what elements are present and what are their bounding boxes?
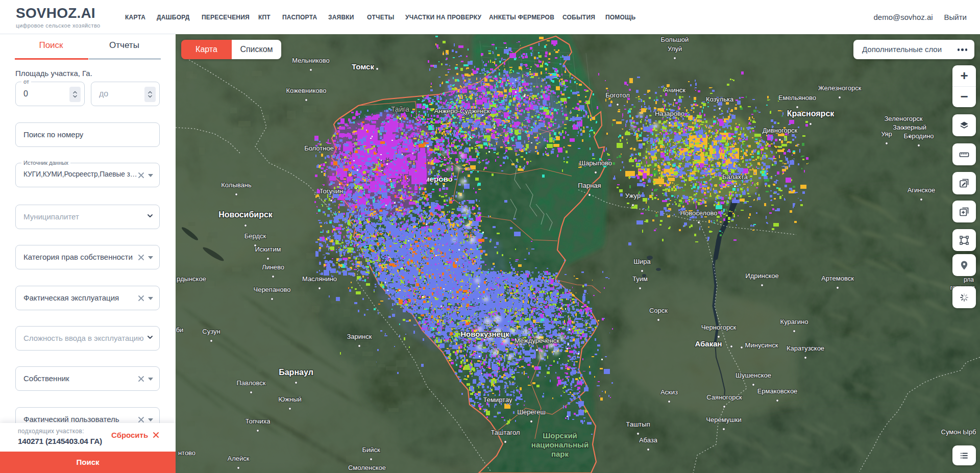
svg-text:би: би	[176, 326, 184, 334]
svg-text:Козулька: Козулька	[706, 95, 734, 103]
svg-text:рдынское: рдынское	[177, 275, 206, 283]
svg-text:Алейск: Алейск	[228, 455, 250, 462]
svg-text:Шорский: Шорский	[543, 431, 577, 440]
svg-text:Уяр: Уяр	[881, 130, 892, 138]
svg-text:Топчиха: Топчиха	[246, 417, 271, 425]
svg-text:Искитим: Искитим	[255, 245, 281, 253]
svg-text:Ермаковское: Ермаковское	[757, 387, 798, 395]
svg-text:рла: рла	[964, 276, 974, 283]
svg-text:Туим: Туим	[632, 275, 648, 283]
svg-text:Сумон Ырб: Сумон Ырб	[941, 428, 976, 436]
svg-text:Новосибирск: Новосибирск	[218, 210, 273, 219]
svg-text:Абакан: Абакан	[695, 339, 722, 348]
svg-text:Бердск: Бердск	[244, 232, 266, 240]
svg-text:Кожевниково: Кожевниково	[286, 87, 327, 94]
svg-text:Назарово: Назарово	[655, 110, 684, 117]
svg-text:Междуреченск: Междуреченск	[514, 337, 559, 344]
svg-text:Аскиз: Аскиз	[660, 388, 678, 396]
svg-text:Темиртау: Темиртау	[483, 396, 512, 404]
svg-text:Парная: Парная	[578, 182, 601, 189]
svg-text:Артемовск: Артемовск	[821, 275, 854, 282]
svg-text:Маслянино: Маслянино	[302, 275, 337, 283]
svg-text:Новокузнецк: Новокузнецк	[460, 330, 509, 338]
svg-text:Шира: Шира	[633, 258, 651, 265]
svg-text:Черемушки: Черемушки	[706, 416, 741, 424]
svg-text:Мельниково: Мельниково	[292, 57, 330, 64]
svg-text:национальный: национальный	[531, 440, 589, 449]
svg-text:Анжеро-Судженск: Анжеро-Судженск	[434, 107, 490, 115]
svg-text:Боготол: Боготол	[605, 91, 630, 99]
svg-text:Емельяново: Емельяново	[778, 94, 816, 102]
svg-text:Сузун: Сузун	[202, 328, 220, 335]
svg-text:парк: парк	[551, 450, 569, 458]
svg-text:Южный: Южный	[278, 395, 302, 403]
svg-text:Агинское: Агинское	[908, 186, 936, 194]
svg-text:Курагино: Курагино	[780, 318, 808, 326]
svg-text:Черепаново: Черепаново	[253, 286, 290, 293]
svg-text:Шушенское: Шушенское	[736, 371, 771, 379]
svg-text:Минусинск: Минусинск	[745, 341, 778, 349]
svg-text:Тайга: Тайга	[391, 105, 409, 113]
svg-text:Таштагол: Таштагол	[491, 429, 520, 436]
svg-text:Сорск: Сорск	[649, 307, 668, 314]
svg-text:Бийск: Бийск	[362, 446, 380, 454]
svg-text:нтово: нтово	[178, 449, 195, 457]
svg-text:Большой: Большой	[661, 36, 689, 43]
svg-text:Балахта: Балахта	[722, 173, 748, 181]
svg-text:Заозерный: Заозерный	[893, 123, 926, 131]
svg-text:Болотное: Болотное	[304, 144, 334, 152]
svg-text:Томск: Томск	[352, 62, 374, 71]
svg-text:Шарыпово: Шарыпово	[579, 159, 612, 167]
svg-text:Линево: Линево	[262, 263, 284, 271]
svg-text:Дивногорск: Дивногорск	[763, 127, 798, 134]
svg-text:Смоленское: Смоленское	[348, 464, 386, 471]
svg-text:Таштып: Таштып	[626, 420, 650, 428]
svg-text:Тогучин: Тогучин	[320, 187, 344, 195]
svg-text:Красноярск: Красноярск	[787, 109, 835, 118]
svg-text:Ужур: Ужур	[625, 192, 641, 200]
svg-text:Павловск: Павловск	[236, 379, 265, 387]
svg-text:Новоселово: Новоселово	[680, 209, 718, 217]
svg-text:Барнаул: Барнаул	[279, 368, 313, 377]
svg-text:Абаза: Абаза	[639, 436, 658, 444]
svg-text:Каратузское: Каратузское	[787, 344, 824, 352]
svg-text:Бородино: Бородино	[903, 132, 934, 140]
svg-text:Черногорск: Черногорск	[701, 323, 737, 331]
svg-text:Идринское: Идринское	[745, 272, 778, 280]
svg-text:Заринск: Заринск	[347, 333, 372, 340]
svg-text:Ачинск: Ачинск	[664, 86, 685, 94]
svg-text:Зеленогорск: Зеленогорск	[885, 115, 923, 122]
svg-text:Шерегеш: Шерегеш	[517, 408, 546, 416]
svg-text:Железногорск: Железногорск	[818, 84, 862, 92]
svg-text:Колывань: Колывань	[221, 181, 252, 189]
svg-text:Улуй: Улуй	[668, 45, 682, 53]
svg-text:Саяногорск: Саяногорск	[706, 393, 742, 401]
